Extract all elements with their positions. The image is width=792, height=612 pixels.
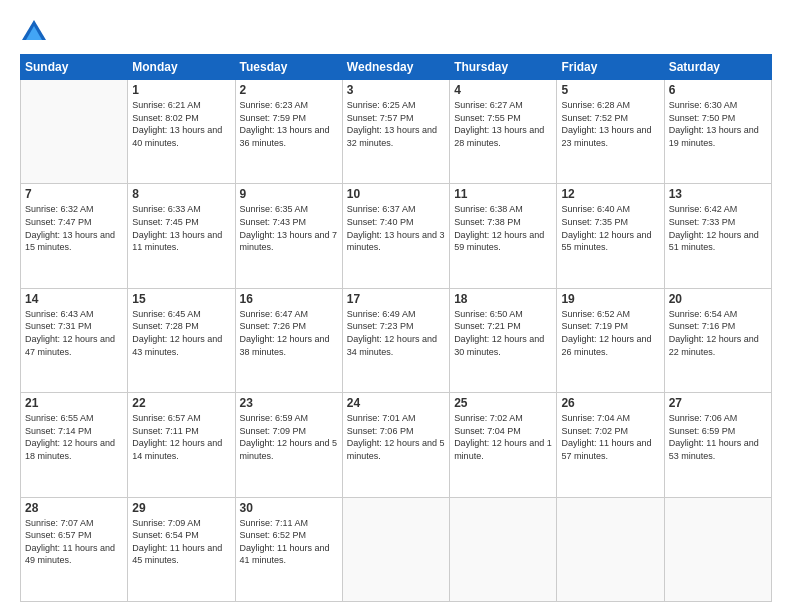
day-number: 3 [347,83,445,97]
day-info: Sunrise: 6:54 AMSunset: 7:16 PMDaylight:… [669,308,767,358]
day-info: Sunrise: 6:30 AMSunset: 7:50 PMDaylight:… [669,99,767,149]
day-info: Sunrise: 6:55 AMSunset: 7:14 PMDaylight:… [25,412,123,462]
day-info: Sunrise: 6:28 AMSunset: 7:52 PMDaylight:… [561,99,659,149]
calendar-header-thursday: Thursday [450,55,557,80]
day-number: 10 [347,187,445,201]
calendar-cell [557,497,664,601]
calendar-cell: 9Sunrise: 6:35 AMSunset: 7:43 PMDaylight… [235,184,342,288]
day-info: Sunrise: 6:21 AMSunset: 8:02 PMDaylight:… [132,99,230,149]
calendar-cell: 23Sunrise: 6:59 AMSunset: 7:09 PMDayligh… [235,393,342,497]
day-info: Sunrise: 7:01 AMSunset: 7:06 PMDaylight:… [347,412,445,462]
calendar-cell: 17Sunrise: 6:49 AMSunset: 7:23 PMDayligh… [342,288,449,392]
day-info: Sunrise: 6:33 AMSunset: 7:45 PMDaylight:… [132,203,230,253]
day-info: Sunrise: 7:07 AMSunset: 6:57 PMDaylight:… [25,517,123,567]
day-info: Sunrise: 7:02 AMSunset: 7:04 PMDaylight:… [454,412,552,462]
day-info: Sunrise: 6:47 AMSunset: 7:26 PMDaylight:… [240,308,338,358]
day-number: 20 [669,292,767,306]
calendar-cell [342,497,449,601]
calendar-cell: 7Sunrise: 6:32 AMSunset: 7:47 PMDaylight… [21,184,128,288]
day-info: Sunrise: 6:49 AMSunset: 7:23 PMDaylight:… [347,308,445,358]
day-number: 4 [454,83,552,97]
calendar-cell: 8Sunrise: 6:33 AMSunset: 7:45 PMDaylight… [128,184,235,288]
calendar-cell: 16Sunrise: 6:47 AMSunset: 7:26 PMDayligh… [235,288,342,392]
calendar-cell: 5Sunrise: 6:28 AMSunset: 7:52 PMDaylight… [557,80,664,184]
calendar-cell: 20Sunrise: 6:54 AMSunset: 7:16 PMDayligh… [664,288,771,392]
header [20,18,772,46]
calendar-cell: 22Sunrise: 6:57 AMSunset: 7:11 PMDayligh… [128,393,235,497]
page: SundayMondayTuesdayWednesdayThursdayFrid… [0,0,792,612]
day-info: Sunrise: 6:43 AMSunset: 7:31 PMDaylight:… [25,308,123,358]
day-number: 30 [240,501,338,515]
day-info: Sunrise: 7:06 AMSunset: 6:59 PMDaylight:… [669,412,767,462]
calendar-cell: 24Sunrise: 7:01 AMSunset: 7:06 PMDayligh… [342,393,449,497]
calendar-cell: 28Sunrise: 7:07 AMSunset: 6:57 PMDayligh… [21,497,128,601]
calendar-week-2: 14Sunrise: 6:43 AMSunset: 7:31 PMDayligh… [21,288,772,392]
day-number: 25 [454,396,552,410]
day-number: 16 [240,292,338,306]
day-number: 7 [25,187,123,201]
day-number: 24 [347,396,445,410]
day-number: 8 [132,187,230,201]
calendar-cell: 21Sunrise: 6:55 AMSunset: 7:14 PMDayligh… [21,393,128,497]
calendar-week-0: 1Sunrise: 6:21 AMSunset: 8:02 PMDaylight… [21,80,772,184]
calendar-header-tuesday: Tuesday [235,55,342,80]
calendar-header-row: SundayMondayTuesdayWednesdayThursdayFrid… [21,55,772,80]
calendar-cell: 15Sunrise: 6:45 AMSunset: 7:28 PMDayligh… [128,288,235,392]
day-info: Sunrise: 7:04 AMSunset: 7:02 PMDaylight:… [561,412,659,462]
calendar-table: SundayMondayTuesdayWednesdayThursdayFrid… [20,54,772,602]
logo [20,18,52,46]
day-number: 14 [25,292,123,306]
calendar-cell: 10Sunrise: 6:37 AMSunset: 7:40 PMDayligh… [342,184,449,288]
day-info: Sunrise: 6:27 AMSunset: 7:55 PMDaylight:… [454,99,552,149]
calendar-week-1: 7Sunrise: 6:32 AMSunset: 7:47 PMDaylight… [21,184,772,288]
calendar-cell [664,497,771,601]
day-number: 2 [240,83,338,97]
day-number: 17 [347,292,445,306]
day-info: Sunrise: 6:52 AMSunset: 7:19 PMDaylight:… [561,308,659,358]
calendar-cell [450,497,557,601]
calendar-cell: 12Sunrise: 6:40 AMSunset: 7:35 PMDayligh… [557,184,664,288]
day-info: Sunrise: 6:38 AMSunset: 7:38 PMDaylight:… [454,203,552,253]
calendar-cell: 3Sunrise: 6:25 AMSunset: 7:57 PMDaylight… [342,80,449,184]
day-info: Sunrise: 6:42 AMSunset: 7:33 PMDaylight:… [669,203,767,253]
calendar-cell: 6Sunrise: 6:30 AMSunset: 7:50 PMDaylight… [664,80,771,184]
calendar-header-sunday: Sunday [21,55,128,80]
day-number: 5 [561,83,659,97]
day-info: Sunrise: 6:45 AMSunset: 7:28 PMDaylight:… [132,308,230,358]
calendar-cell: 13Sunrise: 6:42 AMSunset: 7:33 PMDayligh… [664,184,771,288]
day-number: 12 [561,187,659,201]
day-number: 21 [25,396,123,410]
day-number: 28 [25,501,123,515]
day-info: Sunrise: 6:35 AMSunset: 7:43 PMDaylight:… [240,203,338,253]
day-number: 22 [132,396,230,410]
calendar-cell: 29Sunrise: 7:09 AMSunset: 6:54 PMDayligh… [128,497,235,601]
day-info: Sunrise: 6:37 AMSunset: 7:40 PMDaylight:… [347,203,445,253]
calendar-header-saturday: Saturday [664,55,771,80]
calendar-header-monday: Monday [128,55,235,80]
day-info: Sunrise: 6:57 AMSunset: 7:11 PMDaylight:… [132,412,230,462]
day-number: 11 [454,187,552,201]
day-number: 19 [561,292,659,306]
calendar-cell: 27Sunrise: 7:06 AMSunset: 6:59 PMDayligh… [664,393,771,497]
calendar-week-3: 21Sunrise: 6:55 AMSunset: 7:14 PMDayligh… [21,393,772,497]
day-number: 23 [240,396,338,410]
calendar-cell: 25Sunrise: 7:02 AMSunset: 7:04 PMDayligh… [450,393,557,497]
day-number: 1 [132,83,230,97]
day-info: Sunrise: 6:40 AMSunset: 7:35 PMDaylight:… [561,203,659,253]
day-info: Sunrise: 7:09 AMSunset: 6:54 PMDaylight:… [132,517,230,567]
calendar-cell: 1Sunrise: 6:21 AMSunset: 8:02 PMDaylight… [128,80,235,184]
day-number: 13 [669,187,767,201]
calendar-cell [21,80,128,184]
calendar-cell: 30Sunrise: 7:11 AMSunset: 6:52 PMDayligh… [235,497,342,601]
day-info: Sunrise: 6:32 AMSunset: 7:47 PMDaylight:… [25,203,123,253]
day-number: 27 [669,396,767,410]
day-info: Sunrise: 6:23 AMSunset: 7:59 PMDaylight:… [240,99,338,149]
calendar-cell: 11Sunrise: 6:38 AMSunset: 7:38 PMDayligh… [450,184,557,288]
calendar-header-friday: Friday [557,55,664,80]
day-number: 6 [669,83,767,97]
calendar-cell: 4Sunrise: 6:27 AMSunset: 7:55 PMDaylight… [450,80,557,184]
day-info: Sunrise: 7:11 AMSunset: 6:52 PMDaylight:… [240,517,338,567]
calendar-cell: 18Sunrise: 6:50 AMSunset: 7:21 PMDayligh… [450,288,557,392]
day-number: 9 [240,187,338,201]
day-number: 29 [132,501,230,515]
